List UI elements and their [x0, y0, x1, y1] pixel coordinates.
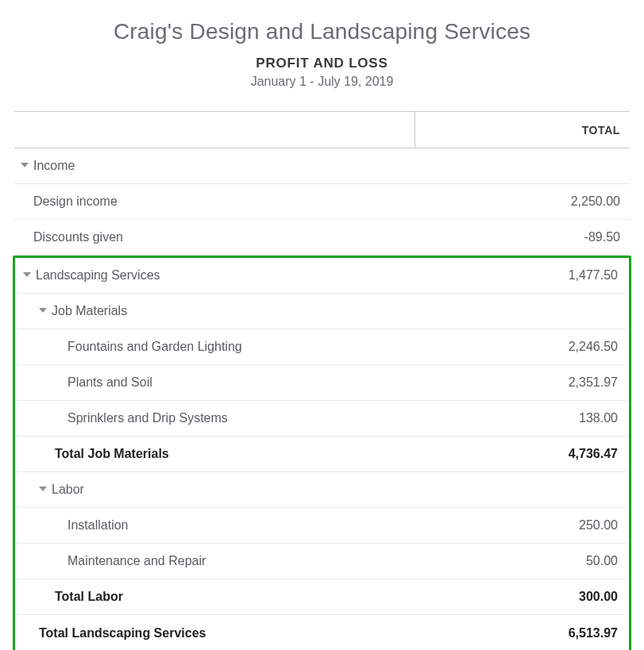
- row-total-landscaping-services[interactable]: Total Landscaping Services 6,513.97: [17, 615, 627, 650]
- chevron-down-icon[interactable]: [39, 308, 47, 313]
- row-value: -89.50: [415, 230, 630, 244]
- row-discounts-given[interactable]: Discounts given -89.50: [14, 220, 630, 256]
- row-label: Total Labor: [55, 590, 123, 604]
- row-label: Fountains and Garden Lighting: [67, 340, 242, 354]
- row-label: Total Job Materials: [55, 447, 169, 461]
- row-income[interactable]: Income: [14, 148, 630, 184]
- chevron-down-icon[interactable]: [39, 487, 47, 491]
- row-label: Job Materials: [52, 304, 127, 318]
- company-name: Craig's Design and Landscaping Services: [14, 19, 630, 44]
- table-header-left: [14, 112, 415, 148]
- row-label: Discounts given: [33, 230, 123, 244]
- row-landscaping-services[interactable]: Landscaping Services 1,477.50: [17, 258, 627, 294]
- row-label: Landscaping Services: [36, 268, 160, 283]
- row-maintenance[interactable]: Maintenance and Repair 50.00: [17, 544, 627, 579]
- row-job-materials[interactable]: Job Materials: [17, 294, 627, 329]
- row-value: 250.00: [413, 518, 627, 533]
- row-total-labor[interactable]: Total Labor 300.00: [17, 579, 627, 615]
- row-value: 1,477.50: [413, 268, 627, 283]
- row-value: 138.00: [413, 411, 627, 425]
- row-value: 300.00: [413, 590, 627, 604]
- report-title: PROFIT AND LOSS: [14, 56, 630, 71]
- chevron-down-icon[interactable]: [21, 163, 29, 167]
- report-header: Craig's Design and Landscaping Services …: [14, 19, 630, 89]
- column-total: TOTAL: [415, 124, 630, 137]
- row-sprinklers[interactable]: Sprinklers and Drip Systems 138.00: [17, 401, 627, 437]
- row-value: 2,246.50: [413, 340, 627, 354]
- row-value: 2,250.00: [415, 194, 630, 209]
- row-label: Plants and Soil: [67, 375, 152, 390]
- row-design-income[interactable]: Design income 2,250.00: [14, 184, 630, 220]
- table-header-row: TOTAL: [14, 112, 630, 148]
- row-labor[interactable]: Labor: [17, 472, 627, 508]
- row-value: 6,513.97: [413, 626, 627, 640]
- row-label: Maintenance and Repair: [67, 554, 206, 568]
- highlighted-section: Landscaping Services 1,477.50 Job Materi…: [13, 256, 631, 650]
- date-range: January 1 - July 19, 2019: [14, 75, 630, 89]
- row-label: Total Landscaping Services: [39, 626, 206, 640]
- row-fountains[interactable]: Fountains and Garden Lighting 2,246.50: [17, 329, 627, 365]
- row-total-job-materials[interactable]: Total Job Materials 4,736.47: [17, 437, 627, 472]
- row-label: Design income: [33, 194, 118, 209]
- row-value: 4,736.47: [413, 447, 627, 461]
- row-label: Labor: [52, 483, 84, 497]
- row-label: Income: [33, 159, 75, 173]
- row-label: Installation: [67, 518, 129, 533]
- row-label: Sprinklers and Drip Systems: [67, 411, 228, 425]
- row-value: 2,351.97: [413, 375, 627, 390]
- row-installation[interactable]: Installation 250.00: [17, 508, 627, 544]
- row-plants[interactable]: Plants and Soil 2,351.97: [17, 365, 627, 401]
- chevron-down-icon[interactable]: [23, 272, 31, 277]
- row-value: 50.00: [413, 554, 627, 568]
